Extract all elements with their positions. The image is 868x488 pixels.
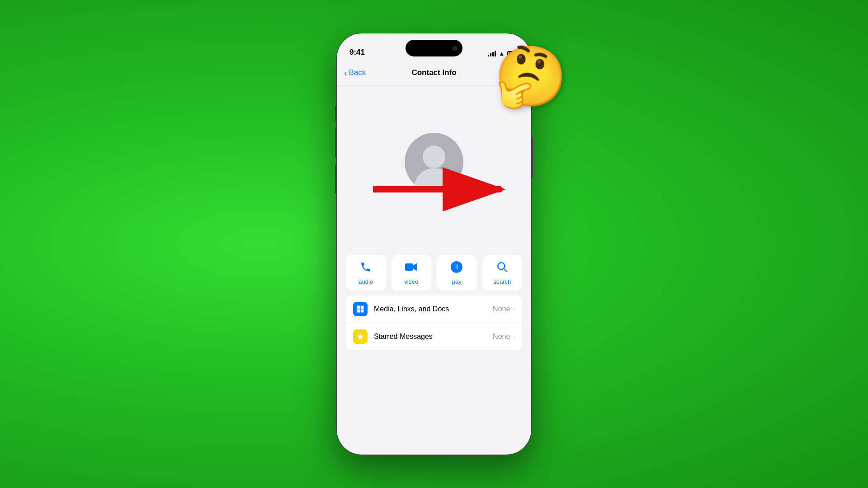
svg-marker-1 (413, 263, 417, 271)
svg-line-5 (504, 269, 507, 272)
starred-messages-item[interactable]: Starred Messages None › (346, 323, 522, 350)
starred-icon (353, 329, 368, 344)
background: 9:41 ▲ (0, 0, 868, 488)
back-chevron-icon: ‹ (344, 68, 347, 78)
search-label: search (493, 278, 511, 285)
video-icon (405, 261, 418, 276)
phone-icon (360, 261, 372, 276)
media-links-docs-detail: None (493, 305, 510, 313)
power-button (531, 137, 533, 178)
search-button[interactable]: search (482, 255, 523, 291)
video-button[interactable]: video (392, 255, 432, 291)
avatar (405, 133, 463, 192)
starred-messages-label: Starred Messages (374, 333, 493, 341)
page-title: Contact Info (411, 68, 456, 77)
video-label: video (404, 278, 418, 285)
svg-text:₹: ₹ (455, 263, 459, 271)
media-chevron-icon: › (513, 305, 515, 313)
media-icon (353, 302, 368, 316)
back-label: Back (349, 68, 366, 77)
pay-label: pay (452, 278, 462, 285)
back-button[interactable]: ‹ Back (344, 68, 366, 78)
audio-label: audio (359, 278, 373, 285)
svg-rect-7 (361, 306, 364, 309)
phone-mockup: 9:41 ▲ (337, 33, 531, 455)
thinking-emoji: 🤔 (494, 42, 567, 111)
pay-icon: ₹ (451, 261, 462, 276)
camera-dot (453, 46, 457, 51)
svg-rect-6 (357, 306, 360, 309)
audio-button[interactable]: audio (346, 255, 386, 291)
media-links-docs-label: Media, Links, and Docs (374, 305, 493, 313)
avatar-head (423, 145, 445, 168)
avatar-circle (405, 133, 463, 192)
search-icon (496, 261, 508, 276)
list-section: Media, Links, and Docs None › Starred Me… (346, 296, 522, 350)
action-buttons: audio video (346, 255, 522, 291)
svg-rect-8 (357, 310, 360, 313)
svg-point-4 (498, 263, 505, 269)
svg-rect-9 (361, 310, 364, 313)
starred-chevron-icon: › (513, 333, 515, 340)
starred-messages-detail: None (493, 333, 510, 341)
pay-button[interactable]: ₹ pay (437, 255, 477, 291)
svg-marker-10 (357, 333, 364, 340)
svg-rect-0 (405, 263, 413, 271)
dynamic-island (406, 40, 462, 56)
avatar-body (414, 168, 454, 192)
media-links-docs-item[interactable]: Media, Links, and Docs None › (346, 296, 522, 323)
